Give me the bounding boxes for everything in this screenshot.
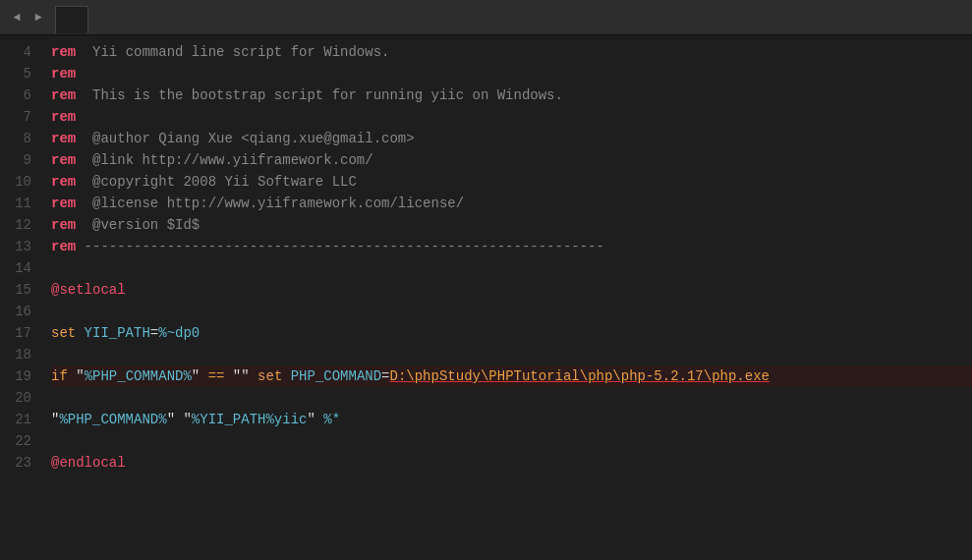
line-numbers: 4567891011121314151617181920212223 — [0, 35, 39, 560]
code-line — [51, 301, 972, 322]
code-line — [51, 430, 972, 452]
code-line: rem This is the bootstrap script for run… — [51, 84, 972, 106]
titlebar: ◄ ► — [0, 0, 972, 35]
line-number: 16 — [0, 301, 31, 322]
nav-arrows: ◄ ► — [8, 9, 47, 27]
code-line: rem @version $Id$ — [51, 214, 972, 236]
code-line: set YII_PATH=%~dp0 — [51, 322, 972, 344]
line-number: 17 — [0, 322, 31, 344]
line-number: 18 — [0, 344, 31, 365]
code-line: rem @license http://www.yiiframework.com… — [51, 193, 972, 214]
line-number: 23 — [0, 452, 31, 474]
code-line — [51, 344, 972, 365]
code-line: rem — [51, 63, 972, 84]
line-number: 10 — [0, 171, 31, 193]
line-number: 13 — [0, 236, 31, 257]
nav-right-arrow[interactable]: ► — [29, 9, 47, 27]
line-number: 4 — [0, 41, 31, 63]
code-line — [51, 387, 972, 409]
line-number: 22 — [0, 430, 31, 452]
code-line: rem Yii command line script for Windows. — [51, 41, 972, 63]
editor: 4567891011121314151617181920212223 rem Y… — [0, 35, 972, 560]
line-number: 11 — [0, 193, 31, 214]
line-number: 14 — [0, 257, 31, 279]
code-line: rem @link http://www.yiiframework.com/ — [51, 149, 972, 171]
line-number: 15 — [0, 279, 31, 301]
code-line: rem @author Qiang Xue <qiang.xue@gmail.c… — [51, 128, 972, 149]
code-line: rem — [51, 106, 972, 128]
active-tab[interactable] — [55, 6, 88, 33]
code-line — [51, 257, 972, 279]
line-number: 7 — [0, 106, 31, 128]
code-line: rem @copyright 2008 Yii Software LLC — [51, 171, 972, 193]
line-number: 8 — [0, 128, 31, 149]
line-number: 19 — [0, 365, 31, 387]
code-line: @endlocal — [51, 452, 972, 474]
code-line: rem ------------------------------------… — [51, 236, 972, 257]
code-area[interactable]: rem Yii command line script for Windows.… — [39, 35, 972, 560]
code-line: "%PHP_COMMAND%" "%YII_PATH%yiic" %* — [51, 409, 972, 430]
line-number: 9 — [0, 149, 31, 171]
code-line: if "%PHP_COMMAND%" == "" set PHP_COMMAND… — [51, 365, 972, 387]
line-number: 6 — [0, 84, 31, 106]
line-number: 5 — [0, 63, 31, 84]
code-line: @setlocal — [51, 279, 972, 301]
nav-left-arrow[interactable]: ◄ — [8, 9, 26, 27]
line-number: 20 — [0, 387, 31, 409]
line-number: 12 — [0, 214, 31, 236]
line-number: 21 — [0, 409, 31, 430]
